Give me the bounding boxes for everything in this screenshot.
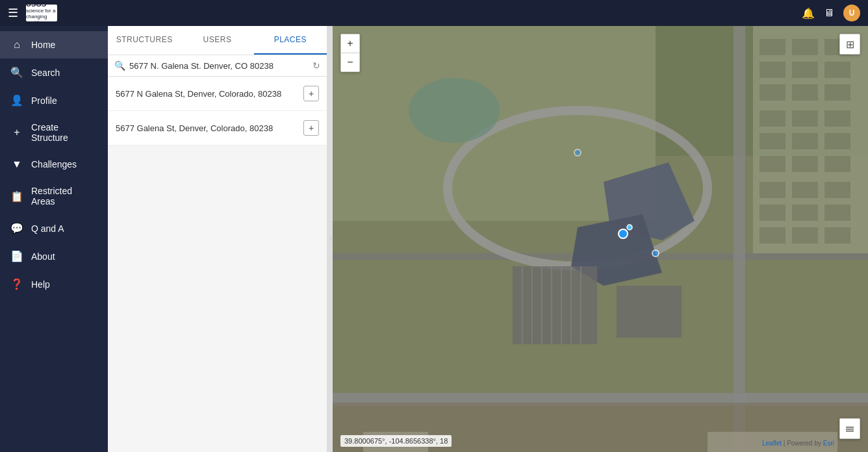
svg-rect-38: [617, 286, 682, 338]
svg-rect-10: [760, 84, 785, 101]
tab-structures[interactable]: STRUCTURES: [108, 26, 181, 55]
search-icon-sm: 🔍: [114, 60, 125, 71]
result-address-1: 5677 N Galena St, Denver, Colorado, 8023…: [116, 89, 281, 99]
svg-rect-9: [824, 62, 850, 78]
list-item[interactable]: 5677 N Galena St, Denver, Colorado, 8023…: [108, 77, 327, 111]
sidebar-item-challenges[interactable]: ▼ Challenges: [0, 151, 108, 178]
svg-rect-33: [734, 26, 745, 452]
map-coordinates: 39.8000675°, -104.8656338°, 18: [340, 435, 452, 447]
svg-rect-18: [824, 133, 850, 149]
svg-point-53: [574, 149, 581, 156]
search-bar: 🔍 ↻: [108, 55, 327, 77]
restricted-icon: 📋: [10, 190, 23, 203]
sidebar-label-profile: Profile: [31, 95, 57, 106]
add-result-2-button[interactable]: +: [303, 120, 319, 136]
leaflet-link[interactable]: Leaflet: [762, 440, 782, 447]
svg-rect-30: [824, 227, 850, 244]
results-list: 5677 N Galena St, Denver, Colorado, 8023…: [108, 77, 327, 452]
scale-icon: [845, 423, 855, 434]
avatar[interactable]: U: [843, 5, 860, 21]
challenges-icon: ▼: [10, 158, 23, 170]
svg-rect-54: [846, 427, 854, 428]
panel: STRUCTURES USERS PLACES 🔍 ↻ 5677 N Galen…: [108, 26, 327, 452]
svg-rect-21: [824, 156, 850, 172]
attribution-separator: | Powered by: [784, 440, 823, 447]
about-icon: 📄: [10, 250, 23, 262]
home-icon: ⌂: [10, 39, 23, 51]
sidebar-label-search: Search: [31, 68, 60, 78]
create-icon: +: [10, 127, 23, 138]
svg-rect-24: [824, 182, 850, 198]
help-icon: ❓: [10, 278, 23, 290]
zoom-out-button[interactable]: −: [341, 53, 359, 71]
sidebar-item-about[interactable]: 📄 About: [0, 242, 108, 270]
zoom-in-button[interactable]: +: [341, 34, 359, 53]
add-result-1-button[interactable]: +: [303, 86, 319, 101]
sidebar-item-restricted-areas[interactable]: 📋 Restricted Areas: [0, 178, 108, 214]
esri-link[interactable]: Esri: [823, 440, 834, 447]
svg-rect-22: [760, 182, 785, 198]
svg-point-50: [619, 229, 628, 238]
main-layout: ⌂ Home 🔍 Search 👤 Profile + Create Struc…: [0, 26, 868, 452]
svg-point-52: [627, 225, 632, 230]
svg-rect-5: [792, 39, 818, 55]
sidebar-label-challenges: Challenges: [31, 159, 77, 170]
usgs-logo[interactable]: USGS science for a changing world: [26, 5, 57, 21]
svg-rect-20: [792, 156, 818, 172]
sidebar-item-home[interactable]: ⌂ Home: [0, 31, 108, 58]
svg-rect-37: [513, 266, 597, 344]
tab-users[interactable]: USERS: [181, 26, 253, 55]
svg-rect-19: [760, 156, 785, 172]
profile-icon: 👤: [10, 94, 23, 107]
svg-rect-55: [846, 429, 854, 430]
sidebar-label-qa: Q and A: [31, 223, 64, 234]
svg-rect-4: [760, 39, 785, 55]
svg-rect-17: [792, 133, 818, 149]
svg-rect-26: [792, 205, 818, 221]
menu-icon[interactable]: ☰: [8, 6, 18, 20]
svg-rect-25: [760, 205, 785, 221]
map-canvas: [333, 26, 868, 452]
svg-rect-29: [792, 227, 818, 244]
svg-point-46: [409, 78, 500, 143]
map-zoom-controls: + −: [340, 34, 360, 72]
sidebar-label-about: About: [31, 251, 55, 262]
map-area[interactable]: + − ⊞ 39.8000675°, -104.8656338°, 18 Lea…: [333, 26, 868, 452]
usgs-logo-box: USGS science for a changing world: [26, 5, 57, 21]
svg-rect-27: [824, 205, 850, 221]
top-bar: ☰ USGS science for a changing world 🔔 🖥 …: [0, 0, 868, 26]
monitor-icon[interactable]: 🖥: [824, 7, 834, 19]
list-item[interactable]: 5677 Galena St, Denver, Colorado, 80238 …: [108, 111, 327, 145]
tab-places[interactable]: PLACES: [254, 26, 327, 55]
sidebar-label-restricted-areas: Restricted Areas: [31, 186, 97, 207]
top-bar-left: ☰ USGS science for a changing world: [8, 5, 57, 21]
sidebar-label-home: Home: [31, 40, 55, 50]
svg-rect-56: [846, 431, 854, 432]
map-scale-button[interactable]: [839, 418, 860, 439]
sidebar-label-help: Help: [31, 279, 50, 290]
svg-rect-12: [824, 84, 850, 101]
sidebar-item-help[interactable]: ❓ Help: [0, 270, 108, 298]
svg-rect-7: [760, 62, 785, 78]
svg-rect-28: [760, 227, 785, 244]
usgs-tagline: science for a changing world: [26, 8, 57, 25]
map-layers-button[interactable]: ⊞: [839, 34, 860, 55]
sidebar-item-create-structure[interactable]: + Create Structure: [0, 114, 108, 151]
svg-rect-8: [792, 62, 818, 78]
notifications-icon[interactable]: 🔔: [802, 7, 815, 19]
sidebar-item-profile[interactable]: 👤 Profile: [0, 86, 108, 114]
sidebar-item-q-and-a[interactable]: 💬 Q and A: [0, 214, 108, 242]
panel-tabs: STRUCTURES USERS PLACES: [108, 26, 327, 55]
top-bar-right: 🔔 🖥 U: [802, 5, 860, 21]
result-address-2: 5677 Galena St, Denver, Colorado, 80238: [116, 123, 273, 133]
refresh-icon[interactable]: ↻: [313, 60, 320, 71]
resize-handle[interactable]: ⋮: [327, 26, 333, 452]
search-input[interactable]: [129, 61, 309, 71]
sidebar: ⌂ Home 🔍 Search 👤 Profile + Create Struc…: [0, 26, 108, 452]
svg-rect-15: [824, 110, 850, 127]
search-icon: 🔍: [10, 66, 23, 79]
svg-rect-23: [792, 182, 818, 198]
svg-rect-11: [792, 84, 818, 101]
usgs-logo-text: USGS: [26, 1, 57, 8]
sidebar-item-search[interactable]: 🔍 Search: [0, 58, 108, 86]
